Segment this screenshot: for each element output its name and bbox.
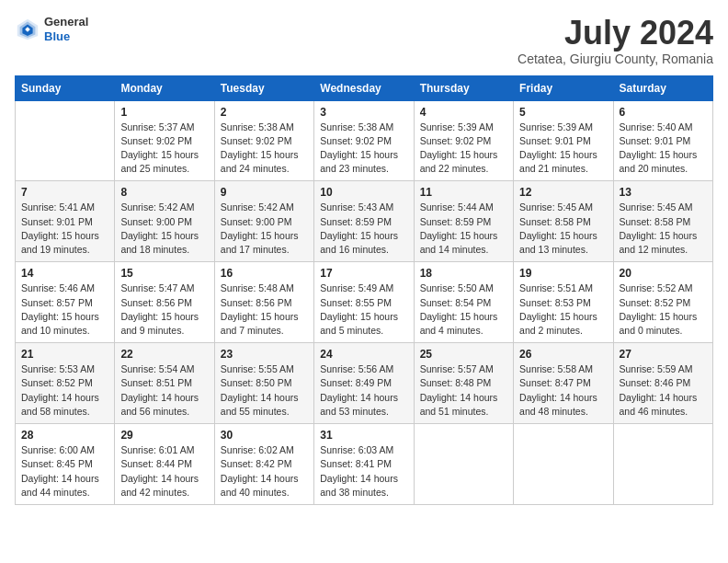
day-number: 13 [620, 186, 707, 199]
logo-general-text: General [44, 15, 88, 29]
day-info: Sunrise: 5:46 AMSunset: 8:57 PMDaylight:… [21, 282, 108, 338]
logo-blue-text: Blue [44, 29, 88, 44]
calendar-cell: 11Sunrise: 5:44 AMSunset: 8:59 PMDayligh… [414, 181, 513, 262]
day-info: Sunrise: 5:41 AMSunset: 9:01 PMDaylight:… [21, 201, 108, 257]
day-number: 7 [21, 186, 108, 199]
day-info: Sunrise: 5:45 AMSunset: 8:58 PMDaylight:… [519, 201, 607, 257]
calendar-cell: 25Sunrise: 5:57 AMSunset: 8:48 PMDayligh… [414, 343, 513, 424]
day-info: Sunrise: 6:02 AMSunset: 8:42 PMDaylight:… [221, 443, 308, 500]
calendar-week-row: 21Sunrise: 5:53 AMSunset: 8:52 PMDayligh… [16, 343, 713, 424]
calendar-cell [414, 424, 513, 505]
logo: General Blue [15, 15, 88, 43]
day-number: 23 [221, 348, 308, 361]
weekday-header-monday: Monday [115, 75, 214, 100]
calendar-cell: 19Sunrise: 5:51 AMSunset: 8:53 PMDayligh… [514, 262, 613, 343]
weekday-header-sunday: Sunday [16, 75, 115, 100]
day-number: 8 [120, 186, 208, 199]
calendar-cell: 31Sunrise: 6:03 AMSunset: 8:41 PMDayligh… [314, 424, 414, 505]
day-number: 31 [320, 429, 407, 442]
day-number: 30 [221, 429, 308, 442]
day-number: 12 [519, 186, 607, 199]
calendar-cell: 16Sunrise: 5:48 AMSunset: 8:56 PMDayligh… [214, 262, 313, 343]
calendar-week-row: 14Sunrise: 5:46 AMSunset: 8:57 PMDayligh… [16, 262, 713, 343]
calendar-cell: 5Sunrise: 5:39 AMSunset: 9:01 PMDaylight… [514, 100, 613, 181]
day-number: 22 [120, 348, 208, 361]
day-number: 29 [120, 429, 208, 442]
calendar-body: 1Sunrise: 5:37 AMSunset: 9:02 PMDaylight… [16, 100, 713, 504]
day-info: Sunrise: 5:45 AMSunset: 8:58 PMDaylight:… [620, 201, 707, 257]
month-year-title: July 2024 [518, 15, 713, 52]
day-info: Sunrise: 5:43 AMSunset: 8:59 PMDaylight:… [320, 201, 407, 257]
calendar-cell: 10Sunrise: 5:43 AMSunset: 8:59 PMDayligh… [314, 181, 414, 262]
day-info: Sunrise: 5:44 AMSunset: 8:59 PMDaylight:… [420, 201, 507, 257]
day-number: 4 [420, 106, 507, 119]
calendar-cell: 23Sunrise: 5:55 AMSunset: 8:50 PMDayligh… [214, 343, 313, 424]
day-number: 3 [320, 106, 407, 119]
calendar-cell: 3Sunrise: 5:38 AMSunset: 9:02 PMDaylight… [314, 100, 414, 181]
calendar-cell: 6Sunrise: 5:40 AMSunset: 9:01 PMDaylight… [613, 100, 712, 181]
calendar-week-row: 7Sunrise: 5:41 AMSunset: 9:01 PMDaylight… [16, 181, 713, 262]
day-info: Sunrise: 6:00 AMSunset: 8:45 PMDaylight:… [21, 443, 108, 500]
calendar-week-row: 1Sunrise: 5:37 AMSunset: 9:02 PMDaylight… [16, 100, 713, 181]
calendar-cell [613, 424, 712, 505]
calendar-cell: 24Sunrise: 5:56 AMSunset: 8:49 PMDayligh… [314, 343, 414, 424]
day-info: Sunrise: 5:42 AMSunset: 9:00 PMDaylight:… [120, 201, 208, 257]
location-subtitle: Cetatea, Giurgiu County, Romania [518, 52, 713, 66]
calendar-cell: 27Sunrise: 5:59 AMSunset: 8:46 PMDayligh… [613, 343, 712, 424]
day-info: Sunrise: 5:37 AMSunset: 9:02 PMDaylight:… [120, 121, 208, 177]
day-info: Sunrise: 5:49 AMSunset: 8:55 PMDaylight:… [320, 282, 407, 338]
day-info: Sunrise: 5:55 AMSunset: 8:50 PMDaylight:… [221, 362, 308, 419]
calendar-cell: 26Sunrise: 5:58 AMSunset: 8:47 PMDayligh… [514, 343, 613, 424]
calendar-cell: 30Sunrise: 6:02 AMSunset: 8:42 PMDayligh… [214, 424, 313, 505]
day-info: Sunrise: 5:38 AMSunset: 9:02 PMDaylight:… [221, 121, 308, 177]
day-number: 28 [21, 429, 108, 442]
day-number: 6 [620, 106, 707, 119]
day-number: 9 [221, 186, 308, 199]
calendar-cell: 4Sunrise: 5:39 AMSunset: 9:02 PMDaylight… [414, 100, 513, 181]
weekday-header-row: SundayMondayTuesdayWednesdayThursdayFrid… [16, 75, 713, 100]
day-info: Sunrise: 5:52 AMSunset: 8:52 PMDaylight:… [620, 282, 707, 338]
day-info: Sunrise: 6:01 AMSunset: 8:44 PMDaylight:… [120, 443, 208, 500]
calendar-cell: 13Sunrise: 5:45 AMSunset: 8:58 PMDayligh… [613, 181, 712, 262]
calendar-cell: 17Sunrise: 5:49 AMSunset: 8:55 PMDayligh… [314, 262, 414, 343]
logo-icon [15, 17, 40, 42]
weekday-header-wednesday: Wednesday [314, 75, 414, 100]
day-number: 25 [420, 348, 507, 361]
calendar-cell: 8Sunrise: 5:42 AMSunset: 9:00 PMDaylight… [115, 181, 214, 262]
day-number: 5 [519, 106, 607, 119]
weekday-header-tuesday: Tuesday [214, 75, 313, 100]
day-number: 2 [221, 106, 308, 119]
day-info: Sunrise: 5:56 AMSunset: 8:49 PMDaylight:… [320, 362, 407, 419]
calendar-cell: 2Sunrise: 5:38 AMSunset: 9:02 PMDaylight… [214, 100, 313, 181]
calendar-header: SundayMondayTuesdayWednesdayThursdayFrid… [16, 75, 713, 100]
day-info: Sunrise: 5:47 AMSunset: 8:56 PMDaylight:… [120, 282, 208, 338]
weekday-header-friday: Friday [514, 75, 613, 100]
day-info: Sunrise: 5:54 AMSunset: 8:51 PMDaylight:… [120, 362, 208, 419]
day-info: Sunrise: 5:39 AMSunset: 9:02 PMDaylight:… [420, 121, 507, 177]
calendar-cell: 18Sunrise: 5:50 AMSunset: 8:54 PMDayligh… [414, 262, 513, 343]
weekday-header-thursday: Thursday [414, 75, 513, 100]
calendar-cell: 15Sunrise: 5:47 AMSunset: 8:56 PMDayligh… [115, 262, 214, 343]
day-info: Sunrise: 5:39 AMSunset: 9:01 PMDaylight:… [519, 121, 607, 177]
day-info: Sunrise: 5:57 AMSunset: 8:48 PMDaylight:… [420, 362, 507, 419]
page-header: General Blue July 2024 Cetatea, Giurgiu … [15, 15, 713, 66]
logo-text: General Blue [44, 15, 88, 43]
day-number: 27 [620, 348, 707, 361]
day-number: 1 [120, 106, 208, 119]
title-block: July 2024 Cetatea, Giurgiu County, Roman… [518, 15, 713, 66]
day-number: 24 [320, 348, 407, 361]
calendar-cell: 12Sunrise: 5:45 AMSunset: 8:58 PMDayligh… [514, 181, 613, 262]
day-info: Sunrise: 5:58 AMSunset: 8:47 PMDaylight:… [519, 362, 607, 419]
day-number: 21 [21, 348, 108, 361]
day-info: Sunrise: 5:50 AMSunset: 8:54 PMDaylight:… [420, 282, 507, 338]
day-info: Sunrise: 5:53 AMSunset: 8:52 PMDaylight:… [21, 362, 108, 419]
day-info: Sunrise: 5:40 AMSunset: 9:01 PMDaylight:… [620, 121, 707, 177]
day-info: Sunrise: 5:38 AMSunset: 9:02 PMDaylight:… [320, 121, 407, 177]
day-number: 20 [620, 267, 707, 280]
calendar-cell: 14Sunrise: 5:46 AMSunset: 8:57 PMDayligh… [16, 262, 115, 343]
calendar-table: SundayMondayTuesdayWednesdayThursdayFrid… [15, 75, 713, 505]
day-number: 19 [519, 267, 607, 280]
calendar-week-row: 28Sunrise: 6:00 AMSunset: 8:45 PMDayligh… [16, 424, 713, 505]
calendar-cell: 29Sunrise: 6:01 AMSunset: 8:44 PMDayligh… [115, 424, 214, 505]
weekday-header-saturday: Saturday [613, 75, 712, 100]
